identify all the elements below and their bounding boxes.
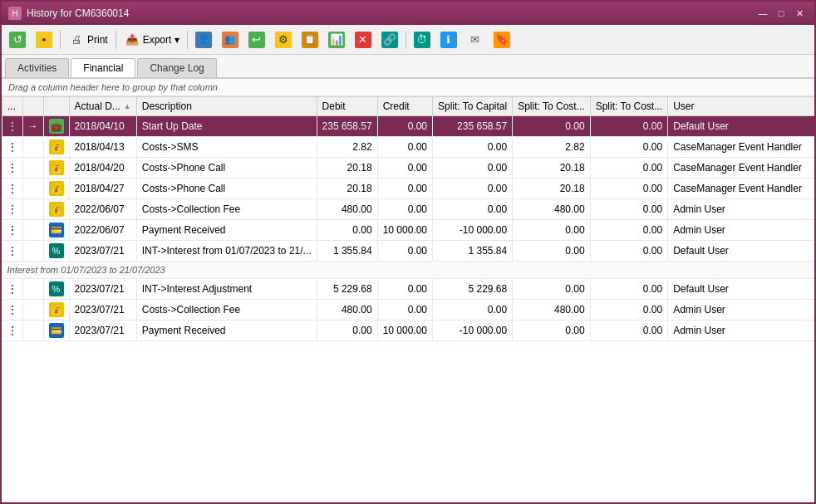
col-header-split-capital[interactable]: Split: To Capital (433, 97, 513, 116)
icon-cell: 💳 (43, 321, 69, 341)
tool10-button[interactable]: ℹ (436, 28, 461, 51)
tool8-icon: 🔗 (381, 32, 398, 48)
table-row[interactable]: ⋮ 💰 2023/07/21 Costs->Collection Fee 480… (2, 300, 815, 321)
split-capital-cell: -10 000.00 (433, 321, 513, 341)
split-capital-cell: 0.00 (433, 300, 513, 321)
print-button[interactable]: 🖨 Print (64, 28, 112, 51)
export-button[interactable]: 📤 Export ▾ (120, 28, 184, 51)
close-button[interactable]: ✕ (791, 6, 808, 21)
data-table-container[interactable]: ... Actual D...▲ Description Debit (2, 96, 814, 499)
tool8-button[interactable]: 🔗 (377, 28, 402, 51)
tool6-icon: 📊 (328, 32, 345, 48)
row-type-icon: 💰 (49, 302, 64, 317)
col-header-description[interactable]: Description (136, 97, 317, 116)
split-cost2-cell: 0.00 (590, 199, 667, 220)
table-row[interactable]: ⋮ 💰 2018/04/13 Costs->SMS 2.82 0.00 0.00… (2, 137, 815, 158)
tool1-button[interactable]: 👤 (191, 28, 216, 51)
arrow-cell (22, 199, 43, 220)
table-row[interactable]: ⋮ 💳 2022/06/07 Payment Received 0.00 10 … (2, 220, 815, 241)
tab-change-log[interactable]: Change Log (137, 58, 216, 77)
col-header-debit[interactable]: Debit (317, 97, 377, 116)
dots-cell: ⋮ (2, 116, 23, 137)
icon-cell: 💰 (43, 158, 69, 179)
split-cost1-cell: 0.00 (513, 321, 590, 341)
tool3-icon: ↩ (248, 32, 265, 48)
split-cost2-cell: 0.00 (590, 116, 667, 137)
main-content: Activities Financial Change Log Drag a c… (2, 55, 814, 502)
tool11-button[interactable]: ✉ (463, 28, 488, 51)
group-header-row: Interest from 01/07/2023 to 21/07/2023 (2, 262, 815, 279)
credit-cell: 0.00 (377, 241, 432, 262)
col-header-split-cost1[interactable]: Split: To Cost... (513, 97, 590, 116)
tool7-button[interactable]: ✕ (351, 28, 376, 51)
tool9-button[interactable]: ⏱ (410, 28, 435, 51)
tab-financial[interactable]: Financial (71, 58, 135, 77)
description-cell: Costs->Collection Fee (136, 300, 317, 321)
tool6-button[interactable]: 📊 (324, 28, 349, 51)
row-type-icon: 💰 (49, 202, 64, 217)
split-cost2-cell: 0.00 (590, 300, 667, 321)
tool12-icon: 🔖 (494, 32, 510, 48)
icon-cell: 💰 (43, 179, 69, 199)
table-row[interactable]: ⋮ 💰 2022/06/07 Costs->Collection Fee 480… (2, 199, 815, 220)
table-row[interactable]: ⋮ → 💼 2018/04/10 Start Up Date 235 658.5… (2, 116, 815, 137)
user-cell: Default User (668, 279, 814, 300)
arrow-cell (22, 279, 43, 300)
col-header-split-cost2[interactable]: Split: To Cost... (590, 97, 667, 116)
separator-2 (116, 31, 116, 49)
col-header-credit[interactable]: Credit (377, 97, 432, 116)
col-header-arrow (22, 97, 43, 116)
maximize-button[interactable]: □ (773, 6, 789, 21)
table-row[interactable]: ⋮ % 2023/07/21 INT->Interest from 01/07/… (2, 241, 815, 262)
arrow-cell (22, 300, 43, 321)
col-header-user[interactable]: User (668, 97, 814, 116)
credit-cell: 0.00 (377, 300, 432, 321)
user-cell: Admin User (668, 321, 814, 341)
tool3-button[interactable]: ↩ (244, 28, 269, 51)
minimize-button[interactable]: — (755, 6, 771, 21)
split-cost1-cell: 0.00 (513, 279, 590, 300)
debit-cell: 1 355.84 (317, 241, 377, 262)
debit-cell: 20.18 (317, 158, 377, 179)
tool5-button[interactable]: 📋 (297, 28, 322, 51)
description-cell: INT->Interest from 01/07/2023 to 21/... (136, 241, 317, 262)
split-cost1-cell: 20.18 (513, 179, 590, 199)
split-cost1-cell: 0.00 (513, 220, 590, 241)
debit-cell: 235 658.57 (317, 116, 377, 137)
description-cell: Payment Received (136, 321, 317, 341)
tool2-button[interactable]: 👥 (218, 28, 243, 51)
tool12-button[interactable]: 🔖 (489, 28, 514, 51)
row-type-icon: 💳 (49, 223, 64, 237)
table-row[interactable]: ⋮ 💳 2023/07/21 Payment Received 0.00 10 … (2, 321, 815, 341)
table-row[interactable]: ⋮ 💰 2018/04/27 Costs->Phone Call 20.18 0… (2, 179, 815, 199)
dots-cell: ⋮ (2, 137, 23, 158)
user-cell: CaseManager Event Handler (668, 158, 814, 179)
credit-cell: 0.00 (377, 116, 432, 137)
icon-cell: 💼 (43, 116, 69, 137)
print-label: Print (87, 34, 108, 46)
tool4-button[interactable]: ⚙ (271, 28, 296, 51)
date-cell: 2023/07/21 (69, 279, 136, 300)
save-button[interactable]: ▪ (32, 28, 57, 51)
description-cell: Costs->Phone Call (136, 158, 317, 179)
split-cost1-cell: 20.18 (513, 158, 590, 179)
tool9-icon: ⏱ (414, 32, 430, 48)
table-row[interactable]: ⋮ % 2023/07/21 INT->Interest Adjustment … (2, 279, 815, 300)
table-row[interactable]: ⋮ 💰 2018/04/20 Costs->Phone Call 20.18 0… (2, 158, 815, 179)
credit-cell: 0.00 (377, 179, 432, 199)
arrow-cell (22, 241, 43, 262)
split-cost2-cell: 0.00 (590, 179, 667, 199)
col-header-dots[interactable]: ... (2, 97, 23, 116)
tab-activities[interactable]: Activities (5, 58, 69, 77)
separator-4 (406, 31, 406, 49)
credit-cell: 10 000.00 (377, 321, 432, 341)
refresh-button[interactable]: ↺ (5, 28, 30, 51)
split-capital-cell: 0.00 (433, 179, 513, 199)
row-type-icon: % (49, 243, 64, 258)
tool11-icon: ✉ (467, 32, 484, 48)
arrow-cell (22, 179, 43, 199)
export-icon: 📤 (124, 32, 140, 48)
col-header-actual-date[interactable]: Actual D...▲ (69, 97, 136, 116)
user-cell: Admin User (668, 199, 814, 220)
arrow-cell: → (22, 116, 43, 137)
